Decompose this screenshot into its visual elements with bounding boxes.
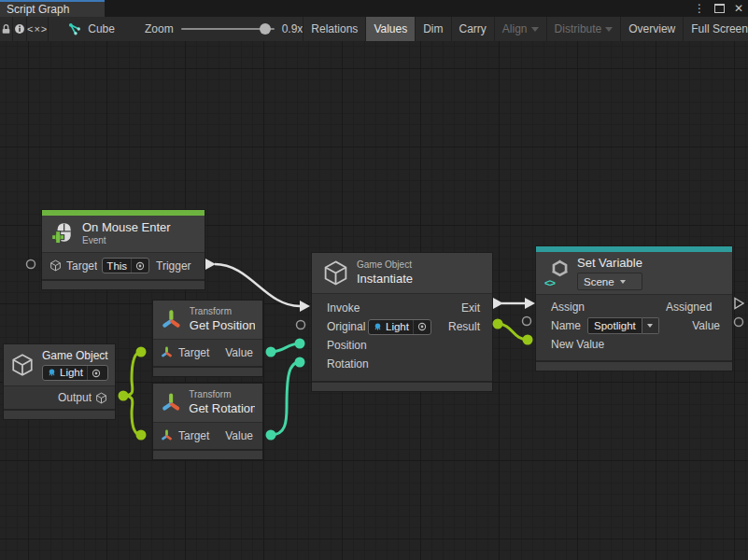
port-exit-out[interactable] [493, 298, 503, 309]
port-getposition-value-out[interactable] [266, 347, 276, 357]
maximize-icon[interactable] [714, 4, 725, 13]
overview-button[interactable]: Overview [620, 17, 683, 41]
transform-icon [161, 346, 173, 358]
values-button[interactable]: Values [365, 17, 415, 41]
node-footer [536, 360, 732, 371]
info-icon [13, 22, 26, 35]
port-new-value-in[interactable] [523, 335, 533, 345]
port-trigger-out[interactable] [205, 259, 216, 270]
target-value-field[interactable]: This [102, 258, 149, 273]
node-instantiate[interactable]: Game Object Instantiate Invoke Exit Orig… [311, 252, 493, 392]
close-icon[interactable]: ✕ [734, 3, 743, 14]
port-result-out[interactable] [493, 319, 503, 329]
wire-output-to-getposition-target [123, 352, 141, 396]
port-getrotation-value-out[interactable] [266, 430, 276, 441]
port-label-result: Result [448, 320, 480, 333]
mouse-add-event-icon [50, 221, 75, 245]
port-label-value: Value [225, 346, 253, 359]
port-label-assign: Assign [551, 301, 592, 314]
cube-icon [49, 259, 62, 272]
graph-icon [68, 22, 82, 36]
variable-name-dropdown[interactable]: Spotlight [587, 317, 659, 334]
port-label-target: Target [178, 429, 209, 442]
align-button[interactable]: Align [494, 17, 546, 41]
node-footer [153, 449, 262, 459]
tab-script-graph[interactable]: Script Graph [0, 0, 105, 17]
port-original-in[interactable] [297, 321, 305, 329]
zoom-slider-track[interactable] [181, 28, 275, 30]
port-value-out[interactable] [735, 318, 743, 327]
object-picker-icon[interactable] [413, 320, 427, 334]
dim-button[interactable]: Dim [415, 17, 450, 41]
port-position-in[interactable] [295, 339, 305, 349]
fullscreen-button[interactable]: Full Screen [683, 17, 748, 41]
node-on-mouse-enter[interactable]: On Mouse Enter Event Target This Trigger [41, 209, 205, 290]
code-view-button[interactable]: <×> [27, 17, 49, 41]
carry-button[interactable]: Carry [451, 17, 494, 41]
script-graph-window: Script Graph ⋮ ✕ <×> [0, 0, 748, 560]
cube-icon [322, 259, 349, 287]
wire-output-to-getrotation-target [123, 396, 141, 435]
chevron-down-icon [605, 27, 613, 32]
port-label-target: Target [178, 346, 209, 359]
light-icon [373, 322, 383, 332]
node-get-position[interactable]: Transform Get Position Target Value [152, 300, 263, 377]
port-name-in[interactable] [523, 317, 531, 326]
node-category: Game Object [357, 259, 413, 272]
transform-icon [161, 392, 181, 413]
node-footer [4, 409, 115, 419]
port-mouseenter-target-in[interactable] [27, 260, 35, 269]
port-label-original: Original [327, 320, 368, 333]
port-getrotation-target-in[interactable] [136, 430, 147, 441]
node-footer [42, 279, 205, 289]
port-label-target: Target [66, 259, 97, 273]
node-category: Transform [189, 389, 255, 401]
node-category: Transform [190, 306, 255, 318]
port-invoke-in[interactable] [300, 301, 310, 312]
distribute-button[interactable]: Distribute [546, 17, 621, 41]
node-title: Instantiate [357, 272, 413, 287]
node-game-object[interactable]: Game Object Light Output [3, 343, 116, 420]
info-button[interactable] [13, 17, 27, 41]
original-value-field[interactable]: Light [368, 319, 431, 335]
window-controls: ⋮ ✕ [694, 0, 743, 17]
transform-icon [161, 429, 173, 441]
menu-icon[interactable]: ⋮ [694, 3, 705, 14]
port-getposition-target-in[interactable] [136, 347, 147, 357]
object-picker-icon[interactable] [131, 259, 145, 273]
unity-variable-icon: <> [545, 259, 570, 288]
port-label-value: Value [225, 429, 253, 442]
chevron-down-icon [620, 280, 626, 284]
wire-getrotation-value-to-rotation [271, 362, 300, 435]
tab-label: Script Graph [7, 3, 69, 16]
lock-button[interactable] [0, 17, 13, 41]
node-set-variable[interactable]: <> Set Variable Scene Assign Assigned Na… [535, 245, 733, 371]
port-assign-in[interactable] [525, 298, 535, 309]
graph-name-label: Cube [88, 22, 115, 35]
node-title: Get Position [190, 318, 255, 333]
zoom-label: Zoom [145, 22, 174, 35]
port-label-rotation: Rotation [327, 357, 370, 371]
object-picker-icon[interactable] [87, 366, 101, 380]
port-label-assigned: Assigned [666, 301, 720, 314]
tab-bar: Script Graph ⋮ ✕ [0, 0, 748, 17]
cube-icon [10, 353, 35, 377]
port-gameobject-output-out[interactable] [119, 391, 129, 401]
node-footer [153, 366, 262, 376]
transform-icon [161, 309, 182, 330]
port-label-exit: Exit [461, 301, 480, 315]
object-field[interactable]: Light [42, 365, 108, 381]
port-assigned-out[interactable] [735, 299, 743, 309]
light-icon [47, 368, 57, 378]
port-label-trigger: Trigger [156, 259, 197, 273]
port-rotation-in[interactable] [295, 357, 305, 368]
chevron-down-icon [531, 27, 539, 32]
relations-button[interactable]: Relations [303, 17, 365, 41]
zoom-slider-handle[interactable] [260, 23, 271, 35]
port-label-invoke: Invoke [327, 301, 366, 315]
node-get-rotation[interactable]: Transform Get Rotation Target Value [152, 383, 263, 460]
graph-canvas[interactable]: On Mouse Enter Event Target This Trigger [0, 41, 748, 560]
node-title: Game Object [42, 349, 108, 363]
variable-scope-dropdown[interactable]: Scene [577, 273, 642, 290]
graph-breadcrumb[interactable]: Cube [68, 17, 115, 41]
